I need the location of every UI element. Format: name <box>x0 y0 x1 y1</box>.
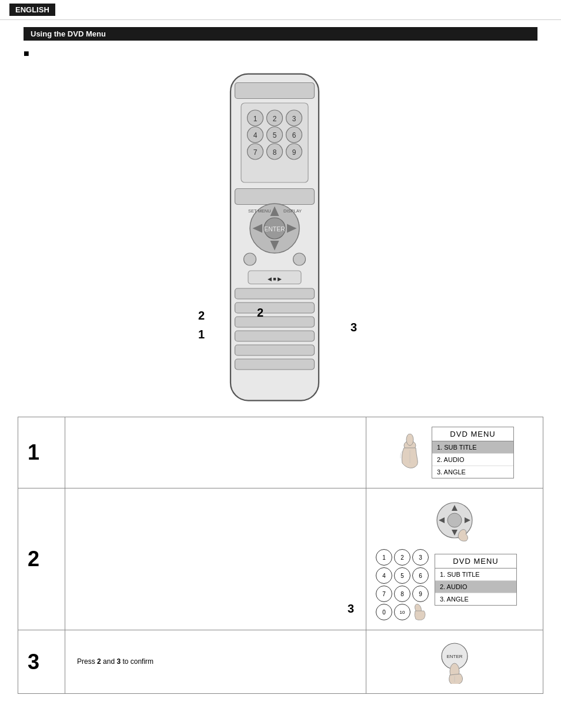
numpad-btn-4: 4 <box>376 567 392 584</box>
svg-text:◀ ■ ▶: ◀ ■ ▶ <box>268 276 282 282</box>
numpad-btn-1: 1 <box>376 549 392 566</box>
svg-text:5: 5 <box>273 131 277 139</box>
step-2-description: 3 <box>65 488 366 630</box>
svg-rect-37 <box>235 317 315 327</box>
dvd-menu-title-step2: DVD MENU <box>435 554 516 569</box>
dvd-menu-item-1-step1: 1. SUB TITLE <box>432 441 513 454</box>
section-title: Using the DVD Menu <box>24 27 537 41</box>
svg-rect-38 <box>235 331 315 341</box>
step-3-number: 3 <box>18 630 65 693</box>
svg-text:6: 6 <box>292 131 296 139</box>
step-3-ref-2: 2 <box>97 657 101 666</box>
svg-text:1: 1 <box>253 115 258 123</box>
svg-rect-36 <box>235 302 315 313</box>
step-1-description <box>65 417 366 488</box>
svg-point-43 <box>406 434 413 446</box>
numpad-btn-2: 2 <box>394 549 410 566</box>
numpad-hand <box>412 604 429 620</box>
step-1-visual: DVD MENU 1. SUB TITLE 2. AUDIO 3. ANGLE <box>366 417 543 488</box>
step-3-text: Press 2 and 3 to confirm <box>77 656 153 667</box>
svg-point-31 <box>244 253 256 265</box>
dpad-area <box>376 498 533 542</box>
step-2-number: 2 <box>18 488 65 630</box>
svg-point-45 <box>448 513 462 527</box>
dvd-menu-box-step2: DVD MENU 1. SUB TITLE 2. AUDIO 3. ANGLE <box>435 554 517 606</box>
intro-block: ■ <box>0 45 561 64</box>
svg-text:ENTER: ENTER <box>264 225 285 232</box>
numpad-btn-5: 5 <box>394 567 410 584</box>
numpad-btn-0: 0 <box>376 604 392 620</box>
remote-image-area: 2 1 3 2 1 2 3 4 5 6 7 <box>0 64 561 417</box>
svg-text:2: 2 <box>273 115 277 123</box>
dvd-menu-item-3-step2: 3. ANGLE <box>435 593 516 605</box>
remote-svg: 1 2 3 4 5 6 7 8 9 ENTER <box>222 69 328 405</box>
dvd-menu-title-step1: DVD MENU <box>432 427 513 441</box>
dvd-menu-item-3-step1: 3. ANGLE <box>432 466 513 478</box>
numpad-container: 1 2 3 4 5 6 7 8 9 0 10 <box>376 549 429 620</box>
svg-rect-1 <box>235 83 315 99</box>
numpad-btn-7: 7 <box>376 586 392 602</box>
svg-point-32 <box>293 253 306 265</box>
intro-bullet: ■ <box>24 48 29 59</box>
numpad-btn-10: 10 <box>394 604 410 620</box>
remote-step-label-2b: 2 <box>257 306 263 320</box>
remote-step-label-2a: 2 <box>198 309 205 323</box>
svg-rect-40 <box>235 359 315 370</box>
svg-rect-39 <box>235 345 315 355</box>
step-2-visual: 1 2 3 4 5 6 7 8 9 0 10 <box>366 488 543 630</box>
numpad-btn-9: 9 <box>412 586 429 602</box>
dvd-menu-box-step1: DVD MENU 1. SUB TITLE 2. AUDIO 3. ANGLE <box>432 427 514 478</box>
steps-container: 1 DVD MENU 1. SUB TITLE 2. AUDIO 3. ANGL… <box>18 417 543 694</box>
step-row-2: 2 3 <box>18 488 543 630</box>
svg-text:ENTER: ENTER <box>446 654 462 659</box>
svg-text:9: 9 <box>292 148 296 157</box>
dvd-menu-item-2-step1: 2. AUDIO <box>432 454 513 466</box>
step-row-3: 3 Press 2 and 3 to confirm ENTER <box>18 630 543 694</box>
step-3-visual: ENTER <box>366 630 543 693</box>
step-1-number: 1 <box>18 417 65 488</box>
svg-text:4: 4 <box>253 131 258 139</box>
svg-text:3: 3 <box>292 115 296 123</box>
dvd-menu-item-1-step2: 1. SUB TITLE <box>435 569 516 581</box>
step-2-side-label: 3 <box>348 599 354 618</box>
step-3-description: Press 2 and 3 to confirm <box>65 630 366 693</box>
remote-wrapper: 2 1 3 2 1 2 3 4 5 6 7 <box>222 69 339 405</box>
dvd-menu-item-2-step2: 2. AUDIO <box>435 581 516 593</box>
svg-text:DISPLAY: DISPLAY <box>283 208 302 214</box>
numpad-btn-6: 6 <box>412 567 429 584</box>
step-row-1: 1 DVD MENU 1. SUB TITLE 2. AUDIO 3. ANGL… <box>18 417 543 488</box>
dpad-icon-step2 <box>428 498 481 542</box>
remote-step-label-1: 1 <box>198 328 205 341</box>
hand-icon-step1 <box>395 434 425 472</box>
numpad-menu-area: 1 2 3 4 5 6 7 8 9 0 10 <box>376 549 533 620</box>
svg-rect-35 <box>235 288 315 299</box>
header: ENGLISH <box>0 0 561 20</box>
enter-button-icon: ENTER <box>436 640 474 684</box>
svg-text:8: 8 <box>273 148 277 157</box>
numpad-btn-8: 8 <box>394 586 410 602</box>
remote-step-label-3: 3 <box>350 321 357 334</box>
numpad-btn-3: 3 <box>412 549 429 566</box>
svg-text:7: 7 <box>253 148 258 157</box>
language-badge: ENGLISH <box>9 4 55 16</box>
numpad: 1 2 3 4 5 6 7 8 9 0 10 <box>376 549 429 620</box>
svg-rect-21 <box>235 189 315 205</box>
svg-text:SET MENU: SET MENU <box>248 208 271 214</box>
